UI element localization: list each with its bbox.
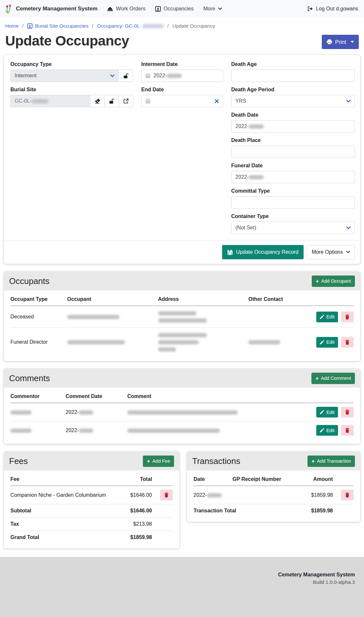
fee-summary-value: $213.98 bbox=[116, 518, 155, 531]
burial-site-lock-button[interactable] bbox=[104, 95, 119, 107]
occupant-name-cell bbox=[67, 306, 158, 328]
fees-title: Fees bbox=[9, 456, 28, 466]
fees-card: Fees + Add Fee Fee Total Companion Niche… bbox=[4, 452, 179, 548]
delete-occupant-button[interactable] bbox=[341, 337, 354, 348]
transaction-total-label: Transaction Total bbox=[194, 504, 293, 518]
trash-icon bbox=[164, 493, 169, 497]
col-comment-date: Comment Date bbox=[66, 390, 127, 403]
end-date-input[interactable] bbox=[141, 95, 223, 107]
printer-icon bbox=[327, 39, 332, 45]
comments-table: Commentor Comment Date Comment 2022-Edit… bbox=[10, 390, 354, 439]
redacted-text bbox=[249, 175, 264, 179]
x-clear-icon bbox=[215, 99, 219, 103]
transaction-receipt-cell bbox=[232, 486, 293, 504]
breadcrumb-separator: / bbox=[92, 23, 93, 29]
pencil-icon bbox=[320, 428, 324, 432]
transactions-table: Date GP Receipt Number Amount 2022-$1859… bbox=[194, 472, 354, 517]
edit-comment-button[interactable]: Edit bbox=[316, 425, 338, 436]
death-age-period-select[interactable]: YRS bbox=[231, 95, 355, 107]
redacted-text bbox=[127, 410, 238, 415]
breadcrumb-current: Update Occupancy bbox=[172, 23, 215, 29]
death-date-input[interactable]: 2022- bbox=[231, 120, 355, 133]
redacted-text bbox=[158, 347, 176, 352]
burial-site-open-button[interactable] bbox=[119, 95, 133, 107]
occupant-address-cell bbox=[158, 328, 248, 357]
breadcrumb-separator: / bbox=[167, 23, 169, 29]
redacted-text bbox=[158, 318, 207, 323]
death-age-input[interactable] bbox=[231, 70, 355, 82]
col-address: Address bbox=[158, 292, 248, 306]
container-type-select[interactable]: (Not Set) bbox=[231, 222, 355, 234]
redacted-text bbox=[10, 410, 31, 415]
interment-date-label: Interment Date bbox=[141, 61, 223, 67]
nav-item-occupancies[interactable]: Occupancies bbox=[155, 6, 194, 12]
occupancy-type-select[interactable]: Interment bbox=[10, 70, 119, 82]
comment-cell bbox=[127, 421, 311, 440]
plus-icon: + bbox=[147, 458, 150, 464]
col-fee: Fee bbox=[10, 472, 116, 486]
col-actions bbox=[335, 472, 354, 486]
end-date-clear-button[interactable] bbox=[215, 99, 219, 103]
more-options-label: More Options bbox=[312, 249, 343, 255]
redacted-text bbox=[142, 24, 164, 28]
transaction-total-value: $1859.98 bbox=[293, 504, 335, 518]
add-comment-button[interactable]: + Add Comment bbox=[311, 373, 355, 384]
delete-comment-button[interactable] bbox=[341, 407, 354, 418]
col-occupant: Occupant bbox=[67, 292, 158, 306]
edit-occupant-button[interactable]: Edit bbox=[316, 337, 338, 348]
redacted-text bbox=[158, 340, 199, 344]
breadcrumb-home-link[interactable]: Home bbox=[5, 23, 19, 29]
more-options-button[interactable]: More Options bbox=[307, 245, 355, 259]
delete-occupant-button[interactable] bbox=[341, 312, 354, 322]
redacted-text bbox=[10, 429, 31, 433]
transaction-total-row: Transaction Total$1859.98 bbox=[194, 504, 354, 518]
burial-site-clear-button[interactable] bbox=[90, 95, 105, 107]
burial-site-field: Burial Site GC-0L- bbox=[10, 87, 133, 107]
add-transaction-button[interactable]: + Add Transaction bbox=[308, 456, 355, 467]
nav-label-occupancies: Occupancies bbox=[164, 6, 194, 12]
occupancy-type-field: Occupancy Type Interment bbox=[10, 61, 133, 82]
add-fee-label: Add Fee bbox=[152, 458, 170, 464]
contact-card-icon bbox=[155, 6, 161, 12]
logout-link[interactable]: Log Out d.gowans bbox=[308, 6, 358, 12]
fee-total-cell: $1646.00 bbox=[116, 486, 155, 504]
interment-date-input[interactable]: 2022- bbox=[141, 70, 223, 82]
committal-type-field: Committal Type bbox=[231, 188, 355, 209]
form-column-middle: Interment Date 2022- End Date bbox=[141, 61, 223, 239]
chevron-down-icon bbox=[346, 251, 350, 253]
funeral-date-input[interactable]: 2022- bbox=[231, 171, 355, 183]
transactions-table-body: 2022-$1859.98Transaction Total$1859.98 bbox=[194, 486, 354, 517]
burial-site-input[interactable]: GC-0L- bbox=[10, 95, 90, 107]
app-brand: Cemetery Management System bbox=[16, 6, 97, 12]
fee-summary-row: Subtotal$1646.00 bbox=[10, 504, 173, 518]
print-button[interactable]: Print bbox=[322, 35, 359, 49]
container-type-label: Container Type bbox=[231, 213, 355, 219]
edit-occupant-button[interactable]: Edit bbox=[316, 312, 338, 322]
redacted-text bbox=[79, 429, 93, 433]
occupancy-type-lock-button[interactable] bbox=[119, 70, 133, 82]
fees-transactions-row: Fees + Add Fee Fee Total Companion Niche… bbox=[4, 452, 360, 548]
delete-comment-button[interactable] bbox=[341, 425, 354, 436]
update-occupancy-record-button[interactable]: Update Occupancy Record bbox=[222, 245, 304, 259]
breadcrumb-occupancy-link[interactable]: Occupancy: GC-0L bbox=[97, 23, 164, 29]
col-amount: Amount bbox=[293, 472, 335, 486]
add-occupant-button[interactable]: + Add Occupant bbox=[312, 276, 355, 287]
occupants-title: Occupants bbox=[9, 276, 49, 286]
delete-transaction-button[interactable] bbox=[341, 490, 354, 500]
burial-site-label: Burial Site bbox=[10, 87, 133, 93]
nav-item-more[interactable]: More bbox=[203, 6, 222, 12]
fee-summary-label: Tax bbox=[10, 518, 116, 531]
edit-comment-button[interactable]: Edit bbox=[316, 407, 338, 418]
nav-item-work-orders[interactable]: Work Orders bbox=[107, 6, 145, 12]
redacted-text bbox=[67, 315, 119, 319]
breadcrumb-burial-site-occupancies-link[interactable]: Burial Site Occupancies bbox=[27, 23, 89, 29]
committal-type-input[interactable] bbox=[231, 196, 355, 209]
col-commentor: Commentor bbox=[10, 390, 66, 403]
death-place-input[interactable] bbox=[231, 146, 355, 158]
delete-fee-button[interactable] bbox=[160, 490, 173, 500]
add-fee-button[interactable]: + Add Fee bbox=[143, 456, 174, 467]
col-other-contact: Other Contact bbox=[248, 292, 316, 306]
redacted-text bbox=[31, 99, 48, 103]
col-gp-receipt-number: GP Receipt Number bbox=[232, 472, 293, 486]
pencil-icon bbox=[320, 315, 324, 319]
